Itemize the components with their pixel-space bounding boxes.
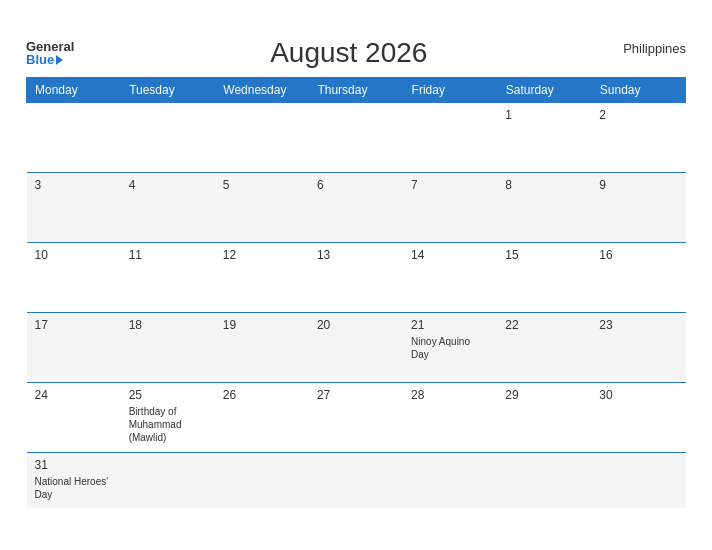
day-number: 10 (35, 248, 113, 262)
calendar-table: Monday Tuesday Wednesday Thursday Friday… (26, 77, 686, 508)
calendar-header: General Blue August 2026 Philippines (26, 37, 686, 69)
calendar-cell: 22 (497, 313, 591, 383)
header-thursday: Thursday (309, 78, 403, 103)
calendar-cell (215, 103, 309, 173)
calendar-cell (403, 453, 497, 508)
calendar-cell: 17 (27, 313, 121, 383)
calendar-cell: 15 (497, 243, 591, 313)
header-saturday: Saturday (497, 78, 591, 103)
calendar-cell: 21Ninoy Aquino Day (403, 313, 497, 383)
calendar-cell: 2 (591, 103, 685, 173)
calendar-cell: 3 (27, 173, 121, 243)
calendar-cell: 8 (497, 173, 591, 243)
day-number: 1 (505, 108, 583, 122)
country-label: Philippines (623, 41, 686, 56)
calendar-cell: 26 (215, 383, 309, 453)
calendar-container: General Blue August 2026 Philippines Mon… (11, 27, 701, 523)
day-number: 24 (35, 388, 113, 402)
day-number: 14 (411, 248, 489, 262)
day-number: 15 (505, 248, 583, 262)
header-monday: Monday (27, 78, 121, 103)
calendar-cell: 16 (591, 243, 685, 313)
calendar-cell (309, 103, 403, 173)
calendar-cell: 23 (591, 313, 685, 383)
calendar-cell: 1 (497, 103, 591, 173)
calendar-cell (403, 103, 497, 173)
event-label: Birthday of Muhammad (Mawlid) (129, 405, 207, 444)
calendar-cell: 14 (403, 243, 497, 313)
day-number: 26 (223, 388, 301, 402)
header-tuesday: Tuesday (121, 78, 215, 103)
calendar-cell: 27 (309, 383, 403, 453)
header-wednesday: Wednesday (215, 78, 309, 103)
calendar-cell (27, 103, 121, 173)
day-number: 17 (35, 318, 113, 332)
day-number: 3 (35, 178, 113, 192)
day-number: 12 (223, 248, 301, 262)
calendar-cell: 6 (309, 173, 403, 243)
calendar-cell: 5 (215, 173, 309, 243)
day-number: 16 (599, 248, 677, 262)
calendar-cell: 4 (121, 173, 215, 243)
calendar-cell: 12 (215, 243, 309, 313)
day-number: 9 (599, 178, 677, 192)
day-number: 2 (599, 108, 677, 122)
calendar-cell: 31National Heroes' Day (27, 453, 121, 508)
day-number: 29 (505, 388, 583, 402)
calendar-cell (121, 453, 215, 508)
calendar-cell: 13 (309, 243, 403, 313)
day-number: 20 (317, 318, 395, 332)
day-number: 11 (129, 248, 207, 262)
calendar-cell (497, 453, 591, 508)
calendar-cell (591, 453, 685, 508)
logo: General Blue (26, 40, 74, 66)
day-number: 18 (129, 318, 207, 332)
event-label: Ninoy Aquino Day (411, 335, 489, 361)
header-friday: Friday (403, 78, 497, 103)
calendar-cell: 9 (591, 173, 685, 243)
day-number: 6 (317, 178, 395, 192)
day-number: 4 (129, 178, 207, 192)
day-number: 31 (35, 458, 113, 472)
calendar-cell: 25Birthday of Muhammad (Mawlid) (121, 383, 215, 453)
day-number: 23 (599, 318, 677, 332)
event-label: National Heroes' Day (35, 475, 113, 501)
day-number: 21 (411, 318, 489, 332)
calendar-cell: 29 (497, 383, 591, 453)
calendar-cell: 28 (403, 383, 497, 453)
calendar-cell: 20 (309, 313, 403, 383)
calendar-cell: 30 (591, 383, 685, 453)
calendar-cell: 18 (121, 313, 215, 383)
calendar-cell: 24 (27, 383, 121, 453)
calendar-cell (121, 103, 215, 173)
weekday-header-row: Monday Tuesday Wednesday Thursday Friday… (27, 78, 686, 103)
calendar-cell: 7 (403, 173, 497, 243)
day-number: 5 (223, 178, 301, 192)
logo-blue-text: Blue (26, 53, 74, 66)
calendar-cell: 19 (215, 313, 309, 383)
header-sunday: Sunday (591, 78, 685, 103)
day-number: 28 (411, 388, 489, 402)
day-number: 25 (129, 388, 207, 402)
calendar-cell: 11 (121, 243, 215, 313)
day-number: 7 (411, 178, 489, 192)
calendar-cell (215, 453, 309, 508)
day-number: 19 (223, 318, 301, 332)
day-number: 8 (505, 178, 583, 192)
logo-triangle-icon (56, 55, 63, 65)
day-number: 30 (599, 388, 677, 402)
calendar-cell (309, 453, 403, 508)
calendar-cell: 10 (27, 243, 121, 313)
day-number: 22 (505, 318, 583, 332)
month-title: August 2026 (74, 37, 623, 69)
day-number: 13 (317, 248, 395, 262)
day-number: 27 (317, 388, 395, 402)
